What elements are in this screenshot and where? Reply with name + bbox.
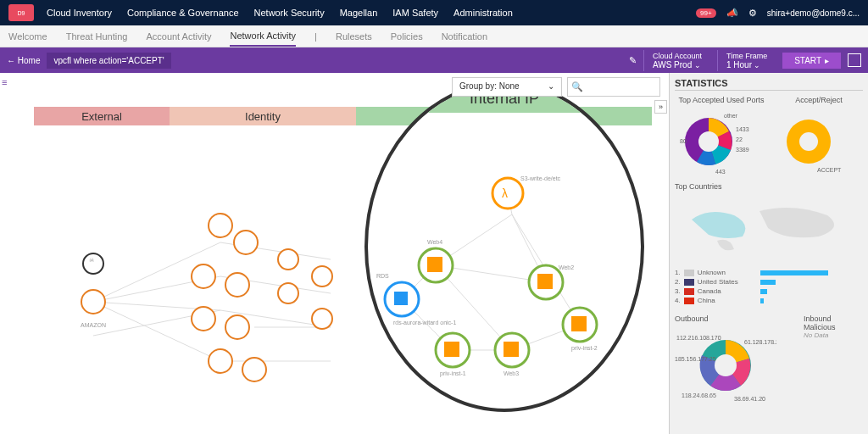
svg-point-10: [81, 290, 105, 314]
svg-rect-44: [537, 274, 553, 289]
sub-tabs: WelcomeThreat HuntingAccount ActivityNet…: [0, 25, 868, 47]
topnav-item[interactable]: Magellan: [340, 8, 378, 18]
country-row: 3.Canada: [675, 287, 863, 295]
subtab-item[interactable]: Policies: [391, 27, 423, 46]
svg-point-18: [192, 307, 215, 331]
subtab-item[interactable]: Network Activity: [230, 26, 296, 47]
subtab-item[interactable]: Welcome: [8, 27, 47, 46]
svg-text:443: 443: [715, 169, 726, 175]
subtab-item[interactable]: Account Activity: [146, 27, 211, 46]
topnav-item[interactable]: IAM Safety: [392, 8, 438, 18]
edit-icon[interactable]: ✎: [629, 55, 637, 66]
svg-point-16: [192, 264, 215, 288]
country-row: 4.China: [675, 297, 863, 304]
svg-text:Web2: Web2: [559, 264, 574, 270]
svg-text:22: 22: [736, 136, 743, 142]
svg-text:priv-inst-1: priv-inst-1: [440, 370, 466, 377]
svg-text:Web3: Web3: [504, 370, 519, 376]
user-menu[interactable]: shira+demo@dome9.c...: [767, 8, 860, 18]
svg-text:priv-inst-2: priv-inst-2: [571, 345, 598, 352]
world-map: [675, 194, 861, 262]
svg-text:S3-write-de/etc: S3-write-de/etc: [520, 175, 561, 181]
subtab-item[interactable]: Threat Hunting: [66, 27, 128, 46]
start-button[interactable]: START ▸: [782, 53, 841, 69]
query-text: vpcfl where action='ACCEPT': [47, 53, 170, 69]
svg-point-14: [209, 214, 232, 237]
ports-chart[interactable]: Top Accepted Used Ports 80 1433 22 3389 …: [675, 96, 768, 177]
svg-rect-41: [427, 257, 442, 272]
svg-point-15: [234, 231, 258, 254]
inbound-title: Inbound Malicious: [804, 314, 863, 331]
svg-text:RDS: RDS: [376, 273, 389, 279]
svg-text:80: 80: [680, 138, 687, 144]
topnav-item[interactable]: Network Security: [254, 8, 325, 18]
countries-title: Top Countries: [675, 182, 863, 191]
country-row: 1.Unknown: [675, 269, 863, 276]
svg-point-67: [799, 132, 818, 151]
svg-rect-47: [394, 292, 408, 305]
inbound-nodata: No Data: [804, 331, 863, 339]
svg-text:rds-aurora-witard onic-1: rds-aurora-witard onic-1: [393, 320, 456, 326]
svg-rect-57: [571, 316, 587, 331]
outbound-chart[interactable]: 112.216.108.170 61.128.178.227 185.156.1…: [675, 323, 776, 408]
cloud-account-selector[interactable]: Cloud AccountAWS Prod ⌄: [643, 50, 710, 71]
svg-point-17: [225, 273, 249, 297]
notif-badge[interactable]: 99+: [696, 8, 716, 18]
svg-text:other: other: [724, 113, 738, 119]
accept-chart[interactable]: Accept/Reject ACCEPT: [775, 96, 863, 177]
timeframe-selector[interactable]: Time Frame1 Hour ⌄: [717, 50, 776, 71]
svg-text:118.24.68.65: 118.24.68.65: [682, 392, 716, 398]
svg-point-21: [242, 358, 266, 381]
svg-text:Web4: Web4: [427, 239, 442, 245]
logo: D9: [8, 4, 34, 21]
svg-point-25: [312, 309, 332, 329]
svg-text:185.156.177.25: 185.156.177.25: [675, 356, 716, 362]
svg-point-19: [225, 315, 249, 339]
svg-text:1433: 1433: [736, 126, 749, 132]
svg-point-23: [278, 283, 298, 303]
svg-rect-54: [504, 342, 519, 357]
network-graph[interactable]: ≡ Group by: None⌄ 🔍 » External Identity …: [0, 73, 669, 434]
svg-point-59: [698, 131, 719, 152]
subtab-item[interactable]: Rulesets: [336, 27, 372, 46]
chevron-down-icon: ⌄: [548, 81, 554, 92]
svg-text:61.128.178.227: 61.128.178.227: [744, 339, 776, 345]
svg-text:☠: ☠: [89, 257, 94, 263]
topnav-item[interactable]: Cloud Inventory: [47, 8, 112, 18]
stats-panel: STATISTICS Top Accepted Used Ports 80 14…: [669, 73, 868, 434]
groupby-select[interactable]: Group by: None⌄: [452, 77, 562, 97]
svg-text:AMAZON: AMAZON: [81, 322, 106, 328]
svg-text:112.216.108.170: 112.216.108.170: [676, 335, 721, 341]
svg-point-36: [492, 178, 523, 209]
svg-text:3389: 3389: [736, 147, 749, 153]
subtab-item[interactable]: Notification: [442, 27, 487, 46]
external-nodes[interactable]: AMAZON ☠: [81, 253, 106, 328]
topnav-item[interactable]: Administration: [453, 8, 513, 18]
svg-text:38.69.41.20: 38.69.41.20: [734, 396, 765, 402]
stats-title: STATISTICS: [675, 78, 863, 91]
svg-point-71: [715, 354, 737, 376]
svg-point-20: [209, 349, 232, 373]
announce-icon[interactable]: 📣: [726, 8, 738, 19]
outbound-title: Outbound: [675, 314, 795, 323]
svg-text:λ: λ: [502, 186, 508, 200]
svg-point-24: [312, 266, 332, 287]
topnav-item[interactable]: Compliance & Governance: [127, 8, 238, 18]
identity-nodes[interactable]: [192, 214, 332, 381]
top-nav: Cloud InventoryCompliance & GovernanceNe…: [47, 8, 696, 18]
panel-toggle-icon[interactable]: [848, 53, 861, 67]
home-button[interactable]: ← Home: [7, 56, 40, 65]
country-list: 1.Unknown2.United States3.Canada4.China: [675, 269, 863, 304]
magnify-lens: Internal IP S3-write-de/etcλ Web4 Web2 R…: [364, 81, 644, 412]
svg-text:ACCEPT: ACCEPT: [817, 167, 842, 173]
org-icon[interactable]: ⚙: [748, 8, 757, 19]
subtab-item[interactable]: |: [314, 27, 317, 46]
search-input[interactable]: 🔍: [567, 77, 660, 97]
country-row: 2.United States: [675, 278, 863, 286]
svg-point-22: [278, 249, 298, 270]
svg-rect-51: [444, 342, 459, 357]
